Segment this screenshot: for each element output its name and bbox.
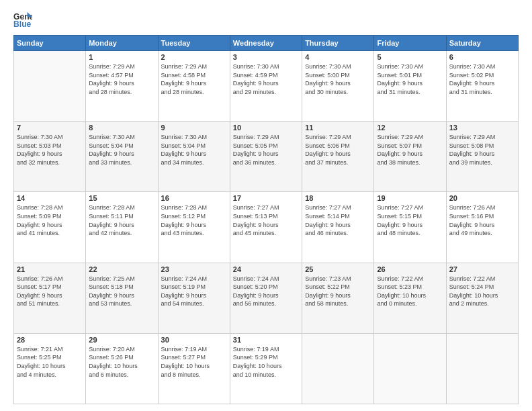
day-number: 29 <box>89 336 154 344</box>
day-info: Sunrise: 7:26 AM Sunset: 5:16 PM Dayligh… <box>449 203 515 237</box>
day-info: Sunrise: 7:25 AM Sunset: 5:18 PM Dayligh… <box>89 275 154 308</box>
day-info: Sunrise: 7:27 AM Sunset: 5:13 PM Dayligh… <box>233 203 299 237</box>
calendar-cell: 15Sunrise: 7:28 AM Sunset: 5:11 PM Dayli… <box>86 192 158 263</box>
day-number: 31 <box>233 336 299 344</box>
weekday-header-wednesday: Wednesday <box>230 36 302 51</box>
day-number: 21 <box>17 265 83 273</box>
day-number: 3 <box>233 53 299 61</box>
day-info: Sunrise: 7:28 AM Sunset: 5:11 PM Dayligh… <box>89 203 154 237</box>
calendar-cell: 3Sunrise: 7:30 AM Sunset: 4:59 PM Daylig… <box>230 51 302 122</box>
logo: General Blue <box>13 11 32 30</box>
weekday-header-thursday: Thursday <box>302 36 374 51</box>
day-info: Sunrise: 7:30 AM Sunset: 4:59 PM Dayligh… <box>233 62 299 96</box>
weekday-header-row: SundayMondayTuesdayWednesdayThursdayFrid… <box>14 36 519 51</box>
day-info: Sunrise: 7:20 AM Sunset: 5:26 PM Dayligh… <box>89 345 154 379</box>
calendar-cell: 30Sunrise: 7:19 AM Sunset: 5:27 PM Dayli… <box>158 333 230 404</box>
day-number: 10 <box>233 124 299 132</box>
calendar-cell: 21Sunrise: 7:26 AM Sunset: 5:17 PM Dayli… <box>14 263 86 333</box>
weekday-header-monday: Monday <box>86 36 158 51</box>
day-info: Sunrise: 7:29 AM Sunset: 5:07 PM Dayligh… <box>377 133 443 167</box>
day-info: Sunrise: 7:27 AM Sunset: 5:14 PM Dayligh… <box>305 203 371 237</box>
calendar-week-1: 1Sunrise: 7:29 AM Sunset: 4:57 PM Daylig… <box>14 51 519 122</box>
calendar-cell: 17Sunrise: 7:27 AM Sunset: 5:13 PM Dayli… <box>230 192 302 263</box>
day-number: 26 <box>377 265 443 273</box>
day-info: Sunrise: 7:24 AM Sunset: 5:20 PM Dayligh… <box>233 275 299 308</box>
day-info: Sunrise: 7:30 AM Sunset: 5:03 PM Dayligh… <box>17 133 83 167</box>
day-info: Sunrise: 7:30 AM Sunset: 5:01 PM Dayligh… <box>377 62 443 96</box>
weekday-header-tuesday: Tuesday <box>158 36 230 51</box>
calendar-cell <box>14 51 86 122</box>
day-number: 15 <box>89 194 154 202</box>
calendar-cell: 14Sunrise: 7:28 AM Sunset: 5:09 PM Dayli… <box>14 192 86 263</box>
day-info: Sunrise: 7:30 AM Sunset: 5:02 PM Dayligh… <box>449 62 515 96</box>
calendar-cell: 24Sunrise: 7:24 AM Sunset: 5:20 PM Dayli… <box>230 263 302 333</box>
day-info: Sunrise: 7:22 AM Sunset: 5:23 PM Dayligh… <box>377 275 443 308</box>
day-number: 24 <box>233 265 299 273</box>
day-number: 20 <box>449 194 515 202</box>
day-number: 8 <box>89 124 154 132</box>
day-number: 2 <box>161 53 227 61</box>
calendar-cell: 16Sunrise: 7:28 AM Sunset: 5:12 PM Dayli… <box>158 192 230 263</box>
day-info: Sunrise: 7:28 AM Sunset: 5:12 PM Dayligh… <box>161 203 227 237</box>
day-number: 22 <box>89 265 154 273</box>
day-info: Sunrise: 7:21 AM Sunset: 5:25 PM Dayligh… <box>17 345 83 379</box>
calendar-week-2: 7Sunrise: 7:30 AM Sunset: 5:03 PM Daylig… <box>14 122 519 192</box>
calendar-cell: 1Sunrise: 7:29 AM Sunset: 4:57 PM Daylig… <box>86 51 158 122</box>
day-info: Sunrise: 7:30 AM Sunset: 5:00 PM Dayligh… <box>305 62 371 96</box>
day-info: Sunrise: 7:19 AM Sunset: 5:27 PM Dayligh… <box>161 345 227 379</box>
calendar-cell: 11Sunrise: 7:29 AM Sunset: 5:06 PM Dayli… <box>302 122 374 192</box>
day-info: Sunrise: 7:29 AM Sunset: 4:58 PM Dayligh… <box>161 62 227 96</box>
day-info: Sunrise: 7:30 AM Sunset: 5:04 PM Dayligh… <box>89 133 154 167</box>
calendar-week-4: 21Sunrise: 7:26 AM Sunset: 5:17 PM Dayli… <box>14 263 519 333</box>
day-info: Sunrise: 7:23 AM Sunset: 5:22 PM Dayligh… <box>305 275 371 308</box>
header: General Blue <box>13 11 519 30</box>
calendar-cell: 25Sunrise: 7:23 AM Sunset: 5:22 PM Dayli… <box>302 263 374 333</box>
day-number: 13 <box>449 124 515 132</box>
calendar-cell: 4Sunrise: 7:30 AM Sunset: 5:00 PM Daylig… <box>302 51 374 122</box>
day-number: 27 <box>449 265 515 273</box>
calendar-week-3: 14Sunrise: 7:28 AM Sunset: 5:09 PM Dayli… <box>14 192 519 263</box>
calendar-cell: 10Sunrise: 7:29 AM Sunset: 5:05 PM Dayli… <box>230 122 302 192</box>
calendar-cell: 20Sunrise: 7:26 AM Sunset: 5:16 PM Dayli… <box>446 192 518 263</box>
day-number: 17 <box>233 194 299 202</box>
calendar-cell: 19Sunrise: 7:27 AM Sunset: 5:15 PM Dayli… <box>374 192 446 263</box>
day-info: Sunrise: 7:29 AM Sunset: 5:05 PM Dayligh… <box>233 133 299 167</box>
calendar-cell: 31Sunrise: 7:19 AM Sunset: 5:29 PM Dayli… <box>230 333 302 404</box>
calendar-cell <box>446 333 518 404</box>
calendar-cell: 5Sunrise: 7:30 AM Sunset: 5:01 PM Daylig… <box>374 51 446 122</box>
logo-icon: General Blue <box>13 11 32 30</box>
calendar-cell: 2Sunrise: 7:29 AM Sunset: 4:58 PM Daylig… <box>158 51 230 122</box>
day-info: Sunrise: 7:29 AM Sunset: 4:57 PM Dayligh… <box>89 62 154 96</box>
calendar-cell: 29Sunrise: 7:20 AM Sunset: 5:26 PM Dayli… <box>86 333 158 404</box>
day-info: Sunrise: 7:29 AM Sunset: 5:06 PM Dayligh… <box>305 133 371 167</box>
weekday-header-saturday: Saturday <box>446 36 518 51</box>
calendar-page: General Blue SundayMondayTuesdayWednesda… <box>0 0 532 411</box>
calendar-cell: 26Sunrise: 7:22 AM Sunset: 5:23 PM Dayli… <box>374 263 446 333</box>
calendar-cell: 9Sunrise: 7:30 AM Sunset: 5:04 PM Daylig… <box>158 122 230 192</box>
calendar-cell: 7Sunrise: 7:30 AM Sunset: 5:03 PM Daylig… <box>14 122 86 192</box>
day-number: 14 <box>17 194 83 202</box>
day-info: Sunrise: 7:22 AM Sunset: 5:24 PM Dayligh… <box>449 275 515 308</box>
day-number: 6 <box>449 53 515 61</box>
day-number: 12 <box>377 124 443 132</box>
weekday-header-friday: Friday <box>374 36 446 51</box>
day-info: Sunrise: 7:27 AM Sunset: 5:15 PM Dayligh… <box>377 203 443 237</box>
calendar-cell: 8Sunrise: 7:30 AM Sunset: 5:04 PM Daylig… <box>86 122 158 192</box>
day-info: Sunrise: 7:30 AM Sunset: 5:04 PM Dayligh… <box>161 133 227 167</box>
day-number: 7 <box>17 124 83 132</box>
day-number: 9 <box>161 124 227 132</box>
calendar-cell: 27Sunrise: 7:22 AM Sunset: 5:24 PM Dayli… <box>446 263 518 333</box>
calendar-week-5: 28Sunrise: 7:21 AM Sunset: 5:25 PM Dayli… <box>14 333 519 404</box>
calendar-cell: 13Sunrise: 7:29 AM Sunset: 5:08 PM Dayli… <box>446 122 518 192</box>
svg-text:Blue: Blue <box>13 19 32 29</box>
day-number: 1 <box>89 53 154 61</box>
calendar-cell: 23Sunrise: 7:24 AM Sunset: 5:19 PM Dayli… <box>158 263 230 333</box>
calendar-cell: 28Sunrise: 7:21 AM Sunset: 5:25 PM Dayli… <box>14 333 86 404</box>
calendar-cell <box>302 333 374 404</box>
day-number: 16 <box>161 194 227 202</box>
day-number: 11 <box>305 124 371 132</box>
calendar-cell: 12Sunrise: 7:29 AM Sunset: 5:07 PM Dayli… <box>374 122 446 192</box>
day-info: Sunrise: 7:19 AM Sunset: 5:29 PM Dayligh… <box>233 345 299 379</box>
day-info: Sunrise: 7:28 AM Sunset: 5:09 PM Dayligh… <box>17 203 83 237</box>
day-number: 5 <box>377 53 443 61</box>
